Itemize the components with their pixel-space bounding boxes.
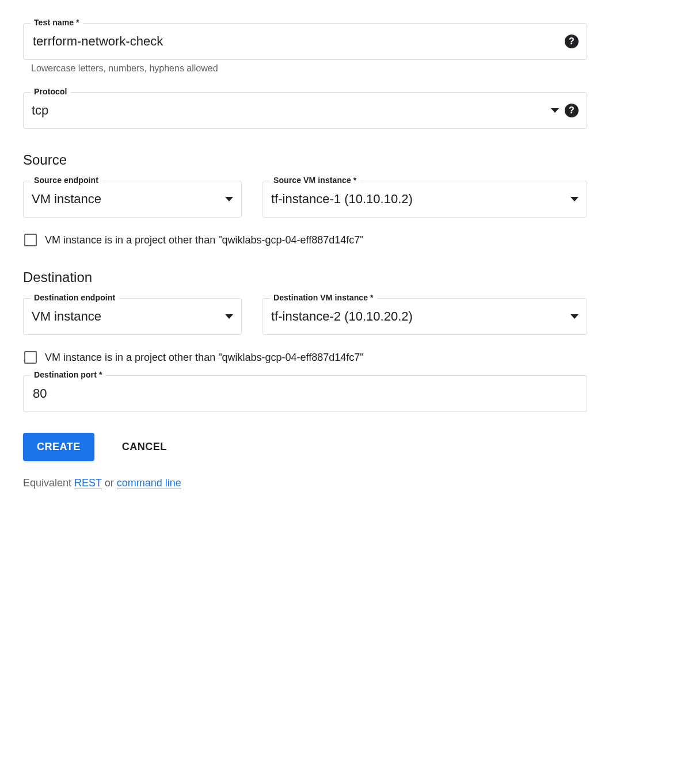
equivalent-or: or [102,477,117,489]
help-icon[interactable]: ? [565,104,579,117]
chevron-down-icon [225,197,233,201]
cancel-button[interactable]: CANCEL [120,433,169,461]
equivalent-prefix: Equivalent [23,477,74,489]
source-vm-label: Source VM instance * [270,176,360,185]
source-other-project-label: VM instance is in a project other than "… [45,234,364,246]
create-button[interactable]: CREATE [23,433,94,461]
source-row: Source endpoint VM instance Source VM in… [23,181,587,218]
destination-port-input[interactable] [32,386,579,402]
create-test-form: Test name * ? Lowercase letters, numbers… [23,23,587,489]
test-name-input[interactable] [32,33,559,49]
chevron-down-icon [225,314,233,319]
destination-endpoint-field[interactable]: Destination endpoint VM instance [23,298,242,335]
protocol-value: tcp [32,103,545,118]
source-vm-value: tf-instance-1 (10.10.10.2) [271,192,565,207]
test-name-helper: Lowercase letters, numbers, hyphens allo… [31,63,587,74]
source-endpoint-value: VM instance [32,192,219,207]
destination-endpoint-value: VM instance [32,309,219,324]
source-heading: Source [23,152,587,168]
checkbox-icon[interactable] [24,234,37,246]
destination-other-project-row[interactable]: VM instance is in a project other than "… [24,351,587,364]
destination-port-label: Destination port * [31,370,105,379]
chevron-down-icon [570,197,579,201]
chevron-down-icon [570,314,579,319]
source-vm-field[interactable]: Source VM instance * tf-instance-1 (10.1… [262,181,587,218]
source-endpoint-field[interactable]: Source endpoint VM instance [23,181,242,218]
rest-link[interactable]: REST [74,477,102,489]
help-icon[interactable]: ? [565,35,579,48]
source-other-project-row[interactable]: VM instance is in a project other than "… [24,234,587,246]
destination-row: Destination endpoint VM instance Destina… [23,298,587,335]
test-name-label: Test name * [31,18,83,27]
command-line-link[interactable]: command line [117,477,181,489]
destination-heading: Destination [23,269,587,285]
source-endpoint-label: Source endpoint [31,176,102,185]
test-name-field[interactable]: Test name * ? [23,23,587,60]
destination-vm-value: tf-instance-2 (10.10.20.2) [271,309,565,324]
checkbox-icon[interactable] [24,351,37,364]
destination-endpoint-label: Destination endpoint [31,293,119,302]
protocol-label: Protocol [31,87,71,96]
button-row: CREATE CANCEL [23,433,587,461]
destination-vm-label: Destination VM instance * [270,293,377,302]
chevron-down-icon [551,108,559,113]
destination-other-project-label: VM instance is in a project other than "… [45,352,364,364]
destination-vm-field[interactable]: Destination VM instance * tf-instance-2 … [262,298,587,335]
protocol-field[interactable]: Protocol tcp ? [23,92,587,129]
destination-port-field[interactable]: Destination port * [23,375,587,412]
equivalent-line: Equivalent REST or command line [23,477,587,489]
